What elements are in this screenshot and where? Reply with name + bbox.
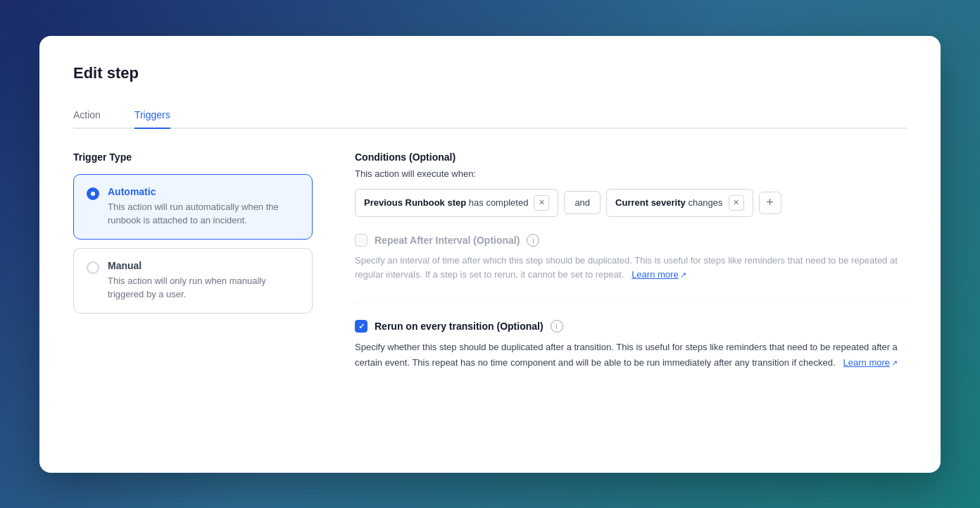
ext-link-icon-rerun: ↗ bbox=[891, 357, 898, 369]
edit-step-modal: Edit step Action Triggers Trigger Type A… bbox=[39, 36, 941, 473]
condition1-text: Previous Runbook step has completed bbox=[364, 197, 528, 208]
conditions-section: Conditions (Optional) This action will e… bbox=[355, 151, 907, 390]
automatic-desc: This action will run automatically when … bbox=[108, 200, 299, 228]
trigger-option-automatic[interactable]: Automatic This action will run automatic… bbox=[73, 174, 313, 240]
automatic-label: Automatic bbox=[108, 186, 299, 197]
condition1-close-button[interactable]: ✕ bbox=[534, 195, 549, 211]
modal-title: Edit step bbox=[73, 64, 907, 82]
repeat-interval-toggle[interactable] bbox=[355, 234, 367, 247]
rerun-learn-more[interactable]: Learn more↗ bbox=[843, 357, 898, 368]
manual-desc: This action will only run when manually … bbox=[108, 274, 299, 302]
ext-link-icon-repeat: ↗ bbox=[680, 269, 686, 282]
add-condition-button[interactable]: + bbox=[759, 192, 781, 214]
tab-action[interactable]: Action bbox=[73, 102, 101, 129]
tabs-bar: Action Triggers bbox=[73, 102, 907, 129]
trigger-option-manual[interactable]: Manual This action will only run when ma… bbox=[73, 248, 313, 314]
tab-triggers[interactable]: Triggers bbox=[134, 102, 170, 129]
rerun-desc: Specify whether this step should be dupl… bbox=[355, 340, 907, 370]
condition-pill-1: Previous Runbook step has completed ✕ bbox=[355, 189, 558, 217]
rerun-block: Rerun on every transition (Optional) i S… bbox=[355, 320, 907, 370]
repeat-interval-learn-more[interactable]: Learn more↗ bbox=[632, 269, 686, 280]
condition-row: Previous Runbook step has completed ✕ an… bbox=[355, 189, 907, 217]
divider bbox=[355, 302, 907, 303]
rerun-info-icon[interactable]: i bbox=[551, 320, 563, 333]
radio-automatic bbox=[87, 187, 99, 200]
conditions-heading: Conditions (Optional) bbox=[355, 151, 907, 163]
content-area: Trigger Type Automatic This action will … bbox=[73, 151, 907, 390]
repeat-interval-info-icon[interactable]: i bbox=[527, 234, 539, 247]
repeat-interval-desc: Specify an interval of time after which … bbox=[355, 254, 907, 283]
condition2-close-button[interactable]: ✕ bbox=[729, 195, 744, 211]
trigger-type-section: Trigger Type Automatic This action will … bbox=[73, 151, 313, 390]
trigger-type-heading: Trigger Type bbox=[73, 151, 313, 163]
condition-and-label: and bbox=[564, 191, 601, 214]
rerun-header: Rerun on every transition (Optional) i bbox=[355, 320, 907, 333]
repeat-interval-label: Repeat After Interval (Optional) bbox=[375, 235, 520, 246]
condition-pill-2: Current severity changes ✕ bbox=[606, 189, 753, 217]
execute-when-label: This action will execute when: bbox=[355, 168, 907, 179]
repeat-interval-header: Repeat After Interval (Optional) i bbox=[355, 234, 907, 247]
repeat-interval-block: Repeat After Interval (Optional) i Speci… bbox=[355, 234, 907, 283]
manual-label: Manual bbox=[108, 260, 299, 271]
rerun-label: Rerun on every transition (Optional) bbox=[375, 321, 544, 332]
condition2-text: Current severity changes bbox=[615, 197, 722, 208]
radio-manual bbox=[87, 261, 99, 274]
rerun-toggle[interactable] bbox=[355, 320, 367, 333]
